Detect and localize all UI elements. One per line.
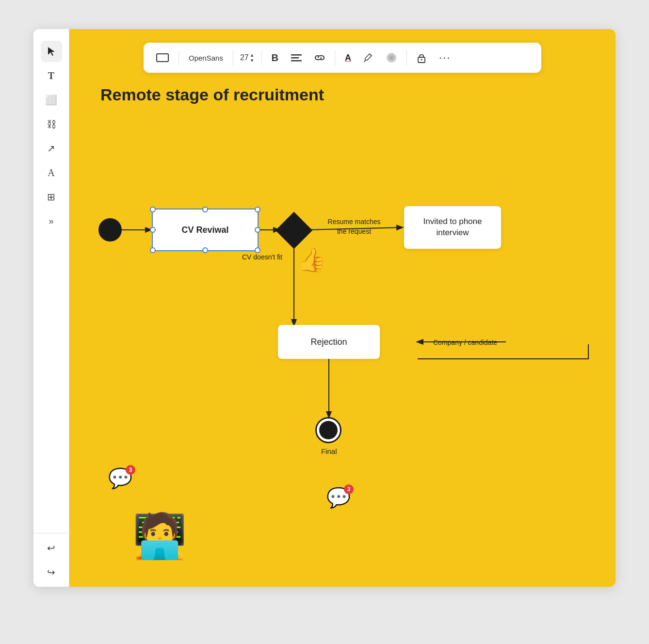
cv-doesnt-label: CV doesn't fit [242,253,282,261]
svg-point-10 [421,59,422,61]
lock-icon [417,52,426,63]
decision-diamond [276,212,312,249]
divider-2 [233,50,233,65]
cv-box-label: CV Reviwal [181,225,228,235]
frame-tool[interactable]: ⊞ [41,186,62,208]
link-icon [314,54,325,62]
top-toolbar: OpenSans 27 ▲ ▼ B A [144,43,541,73]
text-a-icon: A [48,167,54,178]
redo-icon: ↪ [47,566,55,578]
handle-tr[interactable] [255,207,260,212]
link-tool[interactable]: ⛓ [41,113,62,135]
pen-icon [364,53,373,63]
rejection-box[interactable]: Rejection [278,325,380,359]
undo-button[interactable]: ↩ [41,537,62,559]
font-color-icon: A [345,53,351,63]
redo-button[interactable]: ↪ [41,562,62,583]
left-toolbar: T ⬜ ⛓ ↗ A ⊞ » ↩ [33,29,69,587]
chat-badge-center[interactable]: 💬 3 [326,486,351,509]
svg-line-4 [370,54,372,56]
undo-icon: ↩ [47,542,55,554]
sticky-tool-icon: ⬜ [45,94,57,106]
handle-br[interactable] [255,247,260,253]
size-arrows[interactable]: ▲ ▼ [250,53,255,63]
text-tool[interactable]: T [41,65,62,86]
thumbsup-emoji: 👍 [297,246,326,274]
divider-4 [335,50,335,65]
chat-badge-left[interactable]: 💬 3 [108,467,132,490]
arrow-tool[interactable]: ↗ [41,138,62,159]
handle-tm[interactable] [202,207,208,212]
font-size-value: 27 [240,53,249,62]
more-tools[interactable]: » [41,210,62,232]
text-tool-icon: T [48,70,54,81]
link-tool-icon: ⛓ [47,119,56,130]
link-button[interactable] [311,52,328,64]
tool-section-main: T ⬜ ⛓ ↗ A ⊞ » [41,37,62,236]
handle-ml[interactable] [150,227,156,233]
frame-tool-icon: ⊞ [47,191,55,203]
texture-icon [386,52,397,63]
handle-mr[interactable] [255,227,260,233]
svg-rect-2 [291,57,299,59]
shape-button[interactable] [153,51,172,64]
text-a-tool[interactable]: A [41,162,62,183]
diagram-title: Remote stage of recruitment [100,85,324,104]
more-tools-icon: » [49,216,53,226]
divider-1 [178,50,179,65]
person-emoji: 🧑‍💻 [132,514,187,558]
final-circle [315,417,341,443]
badge-count-left: 3 [126,465,135,475]
cv-box[interactable]: CV Reviwal [152,209,259,251]
start-circle [98,218,122,242]
lock-button[interactable] [414,50,429,65]
canvas-area[interactable]: OpenSans 27 ▲ ▼ B A [69,29,616,587]
bold-button[interactable]: B [269,50,281,65]
font-color-button[interactable]: A [342,51,354,65]
badge-wrap-left: 💬 3 [108,467,132,490]
undo-redo-section: ↩ ↪ [33,533,69,587]
font-name[interactable]: OpenSans [186,52,226,64]
company-label: Company / candidate [433,338,497,346]
align-button[interactable] [288,51,305,64]
more-button[interactable]: ··· [436,49,454,66]
phone-box-label: Invited to phone interview [410,216,495,239]
svg-line-5 [364,60,365,62]
badge-count-center: 3 [344,484,354,494]
sticky-tool[interactable]: ⬜ [41,89,62,111]
resume-label: Resume matches the request [323,217,386,236]
final-circle-inner [319,421,338,439]
font-size-control: 27 ▲ ▼ [240,53,255,63]
svg-rect-1 [291,54,302,56]
resume-label-text: Resume matches the request [328,218,381,235]
svg-marker-0 [48,47,55,56]
cv-doesnt-text: CV doesn't fit [242,253,282,261]
divider-5 [406,50,407,65]
svg-point-8 [390,56,393,59]
shape-icon [156,53,169,62]
rejection-label: Rejection [310,337,347,347]
handle-bl[interactable] [150,247,156,253]
pen-button[interactable] [361,51,376,64]
phone-box[interactable]: Invited to phone interview [404,206,501,249]
diagram-container: CV Reviwal Resume matches the request In… [69,112,616,587]
company-label-text: Company / candidate [433,338,497,346]
badge-wrap-center: 💬 3 [326,486,351,509]
svg-rect-3 [291,60,302,62]
handle-bm[interactable] [202,247,208,253]
final-label: Final [321,447,337,455]
align-icon [291,53,302,62]
handle-tl[interactable] [150,207,156,212]
arrow-tool-icon: ↗ [47,143,55,154]
divider-3 [261,50,262,65]
texture-button[interactable] [383,50,400,65]
cursor-tool[interactable] [41,41,62,62]
